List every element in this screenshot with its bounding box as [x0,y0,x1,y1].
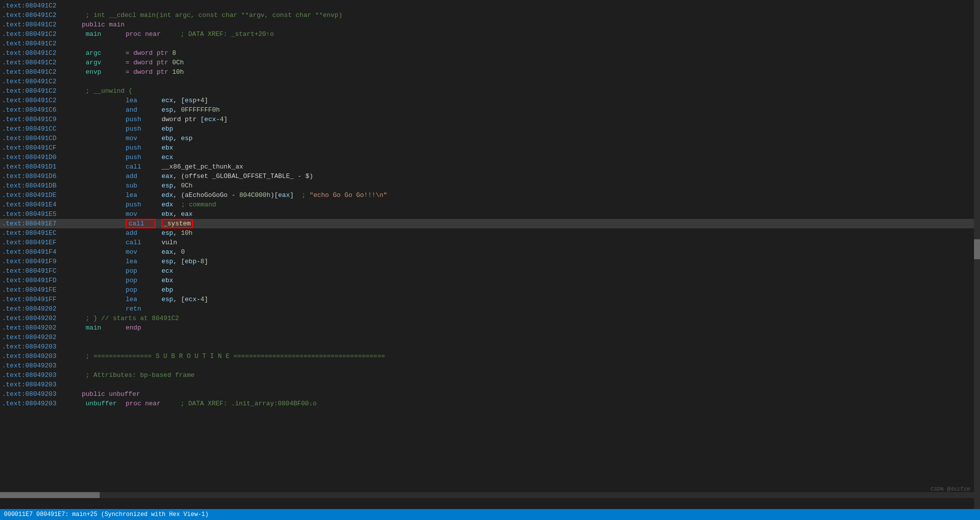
scrollbar-thumb-v[interactable] [974,239,980,259]
table-row[interactable]: .text:080491C2 [0,77,980,86]
keyword-text: public main [82,21,125,28]
table-row[interactable]: .text:080491FEpopebp [0,285,980,295]
table-row[interactable]: .text:08049202retn [0,304,980,314]
table-row[interactable]: .text:080491C2 public main [0,20,980,29]
code-area[interactable]: .text:080491C2.text:080491C2 ; int __cde… [0,0,980,509]
mnemonic: retn [126,305,156,313]
comment-text: ; int __cdecl main(int argc, const char … [82,11,342,19]
addr: .text:080491D0 [2,154,82,161]
table-row[interactable]: .text:08049202 mainendp [0,323,980,333]
table-row[interactable]: .text:080491DBsubesp, 0Ch [0,181,980,190]
table-row[interactable]: .text:080491C2 ; int __cdecl main(int ar… [0,10,980,20]
var-label: envp [82,68,122,76]
addr: .text:080491C2 [2,87,82,95]
comment-text: ; } // starts at 80491C2 [82,315,179,322]
addr: .text:080491DB [2,182,82,189]
table-row[interactable]: .text:080491EFcallvuln [0,238,980,247]
table-row[interactable]: .text:080491FCpopecx [0,266,980,276]
addr: .text:08049203 [2,400,82,407]
table-row[interactable]: .text:080491C2leaecx, [esp+4] [0,96,980,105]
addr: .text:080491C2 [2,68,82,76]
operands: dword ptr [ecx-4] [162,116,228,123]
table-row[interactable]: .text:080491E7call_system [0,219,980,228]
table-row[interactable]: .text:080491C2 envp = dword ptr 10h [0,67,980,77]
table-row[interactable]: .text:080491DEleaedx, (aEchoGoGoGo - 804… [0,190,980,200]
addr: .text:080491D1 [2,163,82,171]
operands: edx [162,201,173,208]
table-row[interactable]: .text:08049203 public unbuffer [0,389,980,399]
mnemonic: push [126,154,156,161]
addr: .text:080491EF [2,239,82,246]
code-lines: .text:080491C2.text:080491C2 ; int __cde… [0,1,980,408]
selected-mnemonic: call [126,219,156,228]
table-row[interactable]: .text:080491CFpushebx [0,143,980,153]
table-row[interactable]: .text:080491C2 argv = dword ptr 0Ch [0,58,980,67]
mnemonic: pop [126,267,156,275]
table-row[interactable]: .text:08049203 unbufferproc near; DATA X… [0,399,980,408]
table-row[interactable]: .text:080491C2 ; __unwind { [0,86,980,96]
table-row[interactable]: .text:080491C2 mainproc near; DATA XREF:… [0,29,980,39]
addr: .text:080491E7 [2,220,82,227]
table-row[interactable]: .text:08049203 ; =============== S U B R… [0,351,980,361]
addr: .text:080491FD [2,277,82,284]
table-row[interactable]: .text:080491D0pushecx [0,153,980,162]
mnemonic: mov [126,135,156,142]
proc-label: main [82,30,122,38]
var-label: argc [82,49,122,57]
table-row[interactable]: .text:080491C2 argc = dword ptr 8 [0,48,980,58]
proc-keyword: proc near [126,400,161,407]
line-comment: ; "echo Go Go Go!!!\n" [302,191,387,199]
table-row[interactable]: .text:080491F9leaesp, [ebp-8] [0,257,980,266]
table-row[interactable]: .text:080491C6andesp, 0FFFFFFF0h [0,105,980,115]
table-row[interactable]: .text:08049203 ; Attributes: bp-based fr… [0,370,980,380]
line-comment: ; command [181,201,216,208]
scrollbar-thumb-h[interactable] [0,492,100,498]
table-row[interactable]: .text:080491C2 [0,1,980,10]
table-row[interactable]: .text:080491CDmovebp, esp [0,134,980,143]
table-row[interactable]: .text:080491E5movebx, eax [0,209,980,219]
table-row[interactable]: .text:08049202 ; } // starts at 80491C2 [0,314,980,323]
table-row[interactable]: .text:080491FDpopebx [0,276,980,285]
mnemonic: lea [126,258,156,265]
addr: .text:080491C2 [2,97,82,104]
table-row[interactable]: .text:080491CCpushebp [0,124,980,134]
table-row[interactable]: .text:08049203 [0,342,980,351]
var-mnemonic: = dword ptr [122,68,172,76]
mnemonic: add [126,173,156,180]
operands: vuln [162,239,177,246]
addr: .text:08049203 [2,343,82,350]
addr: .text:08049203 [2,362,82,369]
addr: .text:08049203 [2,381,82,388]
proc-keyword: proc near [126,30,161,38]
proc-comment: ; DATA XREF: _start+20↑o [180,30,274,38]
mnemonic: pop [126,277,156,284]
table-row[interactable]: .text:08049202 [0,333,980,342]
mnemonic: pop [126,286,156,294]
mnemonic: call [126,239,156,246]
addr: .text:08049202 [2,334,82,341]
table-row[interactable]: .text:080491ECaddesp, 10h [0,228,980,238]
var-label: argv [82,59,122,66]
operands: ebx [162,277,173,284]
table-row[interactable]: .text:08049203 [0,380,980,389]
addr: .text:08049202 [2,324,82,332]
addr: .text:080491D6 [2,173,82,180]
table-row[interactable]: .text:080491D6addeax, (offset _GLOBAL_OF… [0,172,980,181]
operands: ebp [162,286,173,294]
table-row[interactable]: .text:080491E4pushedx; command [0,200,980,209]
addr: .text:08049203 [2,371,82,379]
table-row[interactable]: .text:08049203 [0,361,980,370]
table-row[interactable]: .text:080491D1call__x86_get_pc_thunk_ax [0,162,980,172]
table-row[interactable]: .text:080491FFleaesp, [ecx-4] [0,295,980,304]
horizontal-scrollbar[interactable] [0,492,974,498]
operands: esp, 0FFFFFFF0h [162,106,220,114]
addr: .text:08049203 [2,352,82,360]
vertical-scrollbar[interactable] [974,0,980,509]
table-row[interactable]: .text:080491F4moveax, 0 [0,247,980,257]
addr: .text:080491DE [2,191,82,199]
table-row[interactable]: .text:080491C9pushdword ptr [ecx-4] [0,115,980,124]
mnemonic: lea [126,296,156,303]
main-container: .text:080491C2.text:080491C2 ; int __cde… [0,0,980,520]
table-row[interactable]: .text:080491C2 [0,39,980,48]
addr: .text:080491C2 [2,59,82,66]
